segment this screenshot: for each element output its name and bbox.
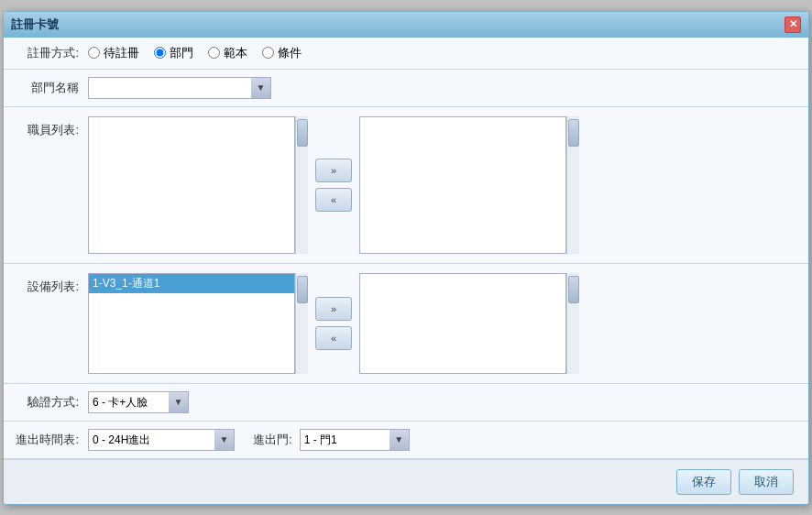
radio-range-label: 範本 [224,45,247,61]
radio-condition-label: 條件 [278,45,302,61]
employee-right-list-container: ▲ ▼ [359,116,579,254]
dialog-register-card: 註冊卡號 ✕ 註冊方式: 待註冊 部門 範本 [3,11,809,505]
device-arrow-buttons: » « [315,297,352,350]
register-method-content: 待註冊 部門 範本 條件 [88,45,797,61]
radio-range[interactable]: 範本 [208,45,247,61]
device-left-list-container: 1-V3_1-通道1 ▲ ▼ [88,273,308,374]
device-list-row: 設備列表: 1-V3_1-通道1 ▲ ▼ [4,264,808,384]
radio-pending-label: 待註冊 [104,45,139,61]
time-schedule-content: 0 - 24H進出 ▼ 進出門: 1 - 門1 ▼ [88,429,797,451]
radio-pending[interactable]: 待註冊 [88,45,139,61]
device-left-scrollbar [295,273,308,374]
door-select-wrapper: 1 - 門1 ▼ [300,429,410,451]
device-left-scrollbar-thumb[interactable] [297,276,308,303]
employee-left-scrollbar [295,116,308,254]
employee-left-scrollbar-thumb[interactable] [297,119,308,147]
dept-name-label: 部門名稱 [15,80,88,96]
radio-condition-input[interactable] [262,47,274,59]
employee-left-list-container: ▲ ▼ [88,116,308,254]
dialog-footer: 保存 取消 [4,459,808,504]
cancel-button[interactable]: 取消 [739,469,794,495]
employee-list-row: 職員列表: ▲ ▼ » « [4,107,808,264]
device-list-area: 1-V3_1-通道1 ▲ ▼ » « [88,273,797,374]
title-bar: 註冊卡號 ✕ [4,12,808,38]
time-schedule-label: 進出時間表: [15,432,88,448]
verification-row: 驗證方式: 6 - 卡+人臉 ▼ [4,384,808,422]
time-schedule-field: 0 - 24H進出 ▼ [88,429,235,451]
device-remove-button[interactable]: « [315,326,352,350]
radio-dept-input[interactable] [154,47,166,59]
dept-name-row: 部門名稱 ▼ [4,70,808,107]
dept-select-wrapper: ▼ [88,77,271,99]
radio-dept[interactable]: 部門 [154,45,193,61]
door-select[interactable]: 1 - 門1 [300,429,410,451]
device-list-label: 設備列表: [15,273,88,295]
time-schedule-row: 進出時間表: 0 - 24H進出 ▼ 進出門: [4,422,808,459]
register-method-label: 註冊方式: [15,45,88,61]
device-list-item-selected[interactable]: 1-V3_1-通道1 [89,274,294,293]
radio-dept-label: 部門 [170,45,193,61]
verif-select-wrapper: 6 - 卡+人臉 ▼ [88,391,189,413]
employee-list-content: ▲ ▼ » « ▲ ▼ [88,116,797,254]
dept-select[interactable] [88,77,271,99]
door-label: 進出門: [253,432,292,448]
time-row: 0 - 24H進出 ▼ 進出門: 1 - 門1 ▼ [88,429,797,451]
device-add-button[interactable]: » [315,297,352,321]
time-select[interactable]: 0 - 24H進出 [88,429,235,451]
device-right-scrollbar [566,273,579,374]
register-method-row: 註冊方式: 待註冊 部門 範本 [4,38,808,70]
radio-condition[interactable]: 條件 [262,45,302,61]
dialog-body: 註冊方式: 待註冊 部門 範本 [4,38,808,459]
employee-right-scrollbar [566,116,579,254]
save-button[interactable]: 保存 [676,469,731,495]
time-select-wrapper: 0 - 24H進出 ▼ [88,429,235,451]
employee-remove-button[interactable]: « [315,188,352,212]
verification-content: 6 - 卡+人臉 ▼ [88,391,797,413]
door-field: 進出門: 1 - 門1 ▼ [253,429,410,451]
device-left-listbox[interactable]: 1-V3_1-通道1 [88,273,295,374]
device-right-list-container: ▲ ▼ [359,273,579,374]
dialog-title: 註冊卡號 [11,16,59,33]
employee-right-listbox[interactable] [359,116,566,254]
employee-list-area: ▲ ▼ » « ▲ ▼ [88,116,797,254]
employee-right-scrollbar-thumb[interactable] [568,119,579,147]
device-right-scrollbar-thumb[interactable] [568,276,579,303]
employee-list-label: 職員列表: [15,116,88,138]
verification-label: 驗證方式: [15,394,88,411]
radio-pending-input[interactable] [88,47,100,59]
dept-name-content: ▼ [88,77,797,99]
employee-add-button[interactable]: » [315,159,352,182]
employee-left-listbox[interactable] [88,116,295,254]
close-button[interactable]: ✕ [785,16,801,33]
radio-range-input[interactable] [208,47,220,59]
employee-arrow-buttons: » « [315,159,352,212]
register-method-radio-group: 待註冊 部門 範本 條件 [88,45,302,61]
device-list-content: 1-V3_1-通道1 ▲ ▼ » « [88,273,797,374]
device-right-listbox[interactable] [359,273,566,374]
verif-select[interactable]: 6 - 卡+人臉 [88,391,189,413]
